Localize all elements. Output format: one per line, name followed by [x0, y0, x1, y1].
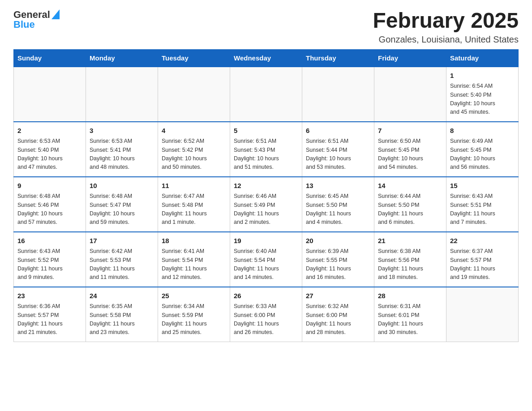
day-cell: [230, 67, 302, 122]
day-cell: [302, 67, 374, 122]
week-row-4: 23Sunrise: 6:36 AM Sunset: 5:57 PM Dayli…: [14, 287, 519, 342]
month-title: February 2025: [373, 9, 519, 33]
day-number: 7: [378, 126, 442, 136]
day-cell: 2Sunrise: 6:53 AM Sunset: 5:40 PM Daylig…: [14, 122, 86, 177]
day-info: Sunrise: 6:45 AM Sunset: 5:50 PM Dayligh…: [306, 192, 370, 227]
day-number: 18: [162, 236, 226, 246]
day-number: 17: [90, 236, 154, 246]
week-row-2: 9Sunrise: 6:48 AM Sunset: 5:46 PM Daylig…: [14, 177, 519, 232]
header-monday: Monday: [86, 49, 158, 67]
day-cell: 26Sunrise: 6:33 AM Sunset: 6:00 PM Dayli…: [230, 287, 302, 342]
day-cell: 11Sunrise: 6:47 AM Sunset: 5:48 PM Dayli…: [158, 177, 230, 232]
day-cell: [158, 67, 230, 122]
location-title: Gonzales, Louisiana, United States: [373, 34, 519, 45]
day-number: 26: [234, 291, 298, 301]
day-info: Sunrise: 6:32 AM Sunset: 6:00 PM Dayligh…: [306, 302, 370, 337]
day-cell: 17Sunrise: 6:42 AM Sunset: 5:53 PM Dayli…: [86, 232, 158, 287]
day-number: 19: [234, 236, 298, 246]
logo-triangle-icon: [51, 9, 60, 19]
day-info: Sunrise: 6:38 AM Sunset: 5:56 PM Dayligh…: [378, 247, 442, 282]
day-cell: 7Sunrise: 6:50 AM Sunset: 5:45 PM Daylig…: [374, 122, 446, 177]
day-cell: [374, 67, 446, 122]
day-info: Sunrise: 6:31 AM Sunset: 6:01 PM Dayligh…: [378, 302, 442, 337]
day-cell: [14, 67, 86, 122]
day-cell: 1Sunrise: 6:54 AM Sunset: 5:40 PM Daylig…: [446, 67, 519, 122]
day-cell: 21Sunrise: 6:38 AM Sunset: 5:56 PM Dayli…: [374, 232, 446, 287]
day-number: 4: [162, 126, 226, 136]
day-cell: 12Sunrise: 6:46 AM Sunset: 5:49 PM Dayli…: [230, 177, 302, 232]
day-number: 16: [17, 236, 82, 246]
week-row-1: 2Sunrise: 6:53 AM Sunset: 5:40 PM Daylig…: [14, 122, 519, 177]
week-row-3: 16Sunrise: 6:43 AM Sunset: 5:52 PM Dayli…: [14, 232, 519, 287]
day-number: 6: [306, 126, 370, 136]
day-info: Sunrise: 6:39 AM Sunset: 5:55 PM Dayligh…: [306, 247, 370, 282]
day-info: Sunrise: 6:47 AM Sunset: 5:48 PM Dayligh…: [162, 192, 226, 227]
day-number: 22: [450, 236, 515, 246]
day-info: Sunrise: 6:53 AM Sunset: 5:41 PM Dayligh…: [90, 137, 154, 172]
day-number: 28: [378, 291, 442, 301]
day-info: Sunrise: 6:35 AM Sunset: 5:58 PM Dayligh…: [90, 302, 154, 337]
day-number: 14: [378, 181, 442, 191]
header-saturday: Saturday: [446, 49, 519, 67]
title-block: February 2025 Gonzales, Louisiana, Unite…: [373, 9, 519, 45]
day-info: Sunrise: 6:43 AM Sunset: 5:52 PM Dayligh…: [17, 247, 82, 282]
day-cell: 18Sunrise: 6:41 AM Sunset: 5:54 PM Dayli…: [158, 232, 230, 287]
day-number: 8: [450, 126, 515, 136]
logo-text-blue: Blue: [13, 19, 35, 30]
day-info: Sunrise: 6:42 AM Sunset: 5:53 PM Dayligh…: [90, 247, 154, 282]
day-cell: 4Sunrise: 6:52 AM Sunset: 5:42 PM Daylig…: [158, 122, 230, 177]
day-number: 27: [306, 291, 370, 301]
day-cell: 22Sunrise: 6:37 AM Sunset: 5:57 PM Dayli…: [446, 232, 519, 287]
day-number: 20: [306, 236, 370, 246]
day-number: 10: [90, 181, 154, 191]
day-number: 5: [234, 126, 298, 136]
day-cell: 3Sunrise: 6:53 AM Sunset: 5:41 PM Daylig…: [86, 122, 158, 177]
day-cell: 16Sunrise: 6:43 AM Sunset: 5:52 PM Dayli…: [14, 232, 86, 287]
weekday-header-row: Sunday Monday Tuesday Wednesday Thursday…: [14, 49, 519, 67]
day-number: 9: [17, 181, 82, 191]
day-number: 25: [162, 291, 226, 301]
day-info: Sunrise: 6:43 AM Sunset: 5:51 PM Dayligh…: [450, 192, 515, 227]
day-info: Sunrise: 6:52 AM Sunset: 5:42 PM Dayligh…: [162, 137, 226, 172]
day-info: Sunrise: 6:34 AM Sunset: 5:59 PM Dayligh…: [162, 302, 226, 337]
day-cell: 25Sunrise: 6:34 AM Sunset: 5:59 PM Dayli…: [158, 287, 230, 342]
day-cell: 13Sunrise: 6:45 AM Sunset: 5:50 PM Dayli…: [302, 177, 374, 232]
day-info: Sunrise: 6:36 AM Sunset: 5:57 PM Dayligh…: [17, 302, 82, 337]
header-tuesday: Tuesday: [158, 49, 230, 67]
day-info: Sunrise: 6:53 AM Sunset: 5:40 PM Dayligh…: [17, 137, 82, 172]
day-info: Sunrise: 6:50 AM Sunset: 5:45 PM Dayligh…: [378, 137, 442, 172]
day-cell: 28Sunrise: 6:31 AM Sunset: 6:01 PM Dayli…: [374, 287, 446, 342]
day-cell: 5Sunrise: 6:51 AM Sunset: 5:43 PM Daylig…: [230, 122, 302, 177]
day-cell: 20Sunrise: 6:39 AM Sunset: 5:55 PM Dayli…: [302, 232, 374, 287]
day-info: Sunrise: 6:33 AM Sunset: 6:00 PM Dayligh…: [234, 302, 298, 337]
day-cell: 27Sunrise: 6:32 AM Sunset: 6:00 PM Dayli…: [302, 287, 374, 342]
day-cell: 14Sunrise: 6:44 AM Sunset: 5:50 PM Dayli…: [374, 177, 446, 232]
day-cell: 19Sunrise: 6:40 AM Sunset: 5:54 PM Dayli…: [230, 232, 302, 287]
day-cell: 9Sunrise: 6:48 AM Sunset: 5:46 PM Daylig…: [14, 177, 86, 232]
day-info: Sunrise: 6:46 AM Sunset: 5:49 PM Dayligh…: [234, 192, 298, 227]
day-info: Sunrise: 6:49 AM Sunset: 5:45 PM Dayligh…: [450, 137, 515, 172]
day-info: Sunrise: 6:40 AM Sunset: 5:54 PM Dayligh…: [234, 247, 298, 282]
day-number: 15: [450, 181, 515, 191]
day-number: 2: [17, 126, 82, 136]
day-info: Sunrise: 6:37 AM Sunset: 5:57 PM Dayligh…: [450, 247, 515, 282]
day-info: Sunrise: 6:41 AM Sunset: 5:54 PM Dayligh…: [162, 247, 226, 282]
day-cell: 23Sunrise: 6:36 AM Sunset: 5:57 PM Dayli…: [14, 287, 86, 342]
day-info: Sunrise: 6:48 AM Sunset: 5:47 PM Dayligh…: [90, 192, 154, 227]
day-number: 13: [306, 181, 370, 191]
day-cell: 24Sunrise: 6:35 AM Sunset: 5:58 PM Dayli…: [86, 287, 158, 342]
day-info: Sunrise: 6:51 AM Sunset: 5:44 PM Dayligh…: [306, 137, 370, 172]
day-number: 12: [234, 181, 298, 191]
day-cell: 15Sunrise: 6:43 AM Sunset: 5:51 PM Dayli…: [446, 177, 519, 232]
day-number: 3: [90, 126, 154, 136]
day-cell: [446, 287, 519, 342]
day-number: 23: [17, 291, 82, 301]
day-info: Sunrise: 6:51 AM Sunset: 5:43 PM Dayligh…: [234, 137, 298, 172]
day-info: Sunrise: 6:44 AM Sunset: 5:50 PM Dayligh…: [378, 192, 442, 227]
day-number: 1: [450, 71, 515, 81]
logo: General Blue: [13, 9, 60, 30]
day-cell: 6Sunrise: 6:51 AM Sunset: 5:44 PM Daylig…: [302, 122, 374, 177]
calendar-table: Sunday Monday Tuesday Wednesday Thursday…: [13, 49, 519, 342]
header-friday: Friday: [374, 49, 446, 67]
day-info: Sunrise: 6:54 AM Sunset: 5:40 PM Dayligh…: [450, 82, 515, 117]
